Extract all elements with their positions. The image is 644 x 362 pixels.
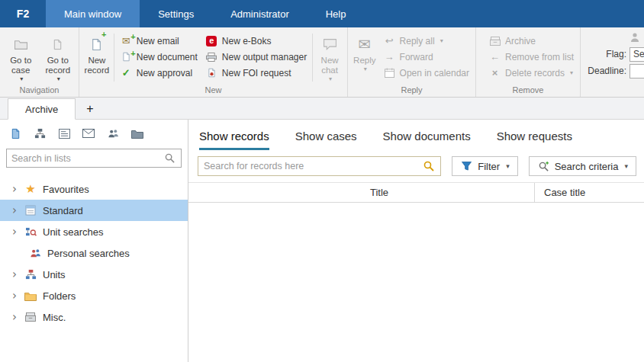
reply-all-button[interactable]: ↩ Reply all ▾ [379, 33, 473, 49]
new-eboks-button[interactable]: e New e-Boks [201, 33, 311, 49]
reply-column: ↩ Reply all ▾ ← Forward Open in calendar [379, 30, 473, 85]
sidebar: › ★ Favourites › Standard › Unit s [0, 120, 188, 362]
calendar-icon [383, 68, 396, 78]
tab-show-cases[interactable]: Show cases [295, 130, 357, 150]
folders-view-icon[interactable] [130, 129, 145, 139]
tab-settings[interactable]: Settings [140, 0, 212, 27]
new-document-button[interactable]: + New document [116, 49, 201, 65]
new-output-manager-label: New output manager [222, 52, 307, 62]
expand-chevron-icon[interactable]: › [9, 312, 20, 323]
delete-records-label: Delete records [505, 68, 565, 78]
hierarchy-view-icon[interactable] [32, 128, 47, 139]
app-logo[interactable]: F2 [0, 0, 46, 27]
tree-item-folders[interactable]: › Folders [0, 285, 188, 306]
tab-administrator[interactable]: Administrator [212, 0, 308, 27]
ribbon-group-reply: ✉ Reply ▾ ↩ Reply all ▾ ← Forward [348, 27, 476, 97]
personal-searches-icon [27, 248, 43, 259]
caret-down-icon: ▾ [364, 66, 367, 72]
person-icon [629, 32, 642, 43]
tree-item-misc[interactable]: › Misc. [0, 306, 188, 328]
new-email-button[interactable]: ✉+ New email [116, 33, 201, 49]
new-output-manager-button[interactable]: New output manager [201, 49, 311, 65]
contacts-view-icon[interactable] [105, 128, 121, 139]
add-tab-button[interactable]: + [86, 103, 93, 115]
workspace-tab-archive[interactable]: Archive [8, 98, 76, 120]
open-in-calendar-button[interactable]: Open in calendar [379, 65, 473, 81]
new-record-button[interactable]: + New record [82, 30, 112, 85]
filter-funnel-icon [460, 162, 473, 171]
records-view-icon[interactable] [8, 128, 23, 139]
remove-from-list-button[interactable]: ← Remove from list [485, 49, 578, 65]
tab-main-window[interactable]: Main window [46, 0, 140, 27]
archive-icon [488, 37, 501, 46]
tab-show-documents[interactable]: Show documents [383, 130, 471, 150]
mail-view-icon[interactable] [81, 129, 96, 138]
reply-label: Reply [353, 56, 375, 66]
tree-item-units[interactable]: › Units [0, 264, 188, 285]
tab-show-records[interactable]: Show records [199, 130, 269, 150]
new-chat-button[interactable]: New chat▾ [314, 30, 345, 85]
forward-button[interactable]: ← Forward [379, 49, 473, 65]
group-label-new: New [79, 85, 347, 97]
ribbon-group-remove: Archive ← Remove from list × Delete reco… [476, 27, 581, 97]
search-icon[interactable] [163, 153, 176, 163]
star-icon: ★ [23, 182, 38, 196]
flag-select[interactable]: Se [630, 47, 644, 62]
search-icon[interactable] [422, 161, 435, 171]
archive-button[interactable]: Archive [485, 33, 578, 49]
tree-item-label: Unit searches [43, 226, 103, 238]
case-icon [14, 33, 27, 56]
list-view-icon[interactable] [56, 129, 72, 139]
records-list-empty[interactable] [188, 203, 644, 362]
tree-item-label: Standard [43, 205, 83, 216]
go-to-record-button[interactable]: Go to record▾ [40, 30, 77, 85]
units-icon [23, 269, 38, 280]
search-row: Filter ▾ Search criteria ▾ [188, 150, 644, 182]
tab-show-requests[interactable]: Show requests [497, 130, 572, 150]
expand-chevron-icon[interactable]: › [9, 269, 20, 280]
tree-item-unit-searches[interactable]: › Unit searches [0, 221, 188, 242]
separator [312, 34, 313, 82]
expand-chevron-icon[interactable]: › [9, 290, 20, 302]
search-criteria-label: Search criteria [555, 161, 619, 172]
unit-searches-icon [23, 227, 38, 237]
titlebar: F2 Main window Settings Administrator He… [0, 0, 644, 27]
new-foi-request-label: New FOI request [222, 68, 291, 78]
delete-records-button[interactable]: × Delete records ▾ [485, 65, 578, 81]
caret-down-icon: ▾ [57, 75, 60, 82]
document-icon: + [120, 52, 133, 62]
expand-chevron-icon[interactable]: › [9, 184, 20, 195]
caret-down-icon: ▾ [329, 75, 332, 82]
search-criteria-button[interactable]: Search criteria ▾ [529, 156, 636, 176]
reply-button[interactable]: ✉ Reply ▾ [350, 30, 379, 85]
caret-down-icon: ▾ [20, 75, 23, 82]
records-search-input[interactable] [204, 161, 422, 171]
column-header-title[interactable]: Title [272, 187, 486, 198]
go-to-case-button[interactable]: Go to case▾ [2, 30, 40, 85]
tree-item-label: Personal searches [47, 248, 130, 259]
filter-button[interactable]: Filter ▾ [452, 156, 517, 176]
new-foi-request-button[interactable]: New FOI request [201, 65, 311, 81]
tree-item-label: Misc. [43, 312, 66, 323]
tree-item-personal-searches[interactable]: › Personal searches [0, 242, 188, 264]
archive-label: Archive [505, 36, 536, 46]
sidebar-search-input[interactable] [11, 153, 163, 164]
expand-chevron-icon[interactable]: › [9, 205, 20, 216]
output-manager-icon [205, 53, 218, 62]
tree-item-standard[interactable]: › Standard [0, 200, 188, 221]
new-record-icon: + [90, 33, 103, 56]
deadline-label: Deadline: [587, 66, 626, 76]
new-approval-label: New approval [137, 68, 192, 78]
ribbon: Go to case▾ Go to record▾ Navigation + [0, 27, 644, 98]
tab-help[interactable]: Help [308, 0, 365, 27]
expand-chevron-icon[interactable]: › [9, 226, 20, 238]
open-in-calendar-label: Open in calendar [400, 68, 469, 78]
table-header: Title Case title [188, 182, 644, 203]
caret-down-icon: ▾ [570, 69, 573, 76]
flag-label: Flag: [587, 49, 626, 59]
tree-item-favourites[interactable]: › ★ Favourites [0, 178, 188, 200]
go-to-record-label: Go to record [40, 56, 77, 75]
column-header-case-title[interactable]: Case title [534, 183, 644, 202]
deadline-field[interactable] [630, 64, 644, 78]
new-approval-button[interactable]: ✓ New approval [116, 65, 201, 81]
